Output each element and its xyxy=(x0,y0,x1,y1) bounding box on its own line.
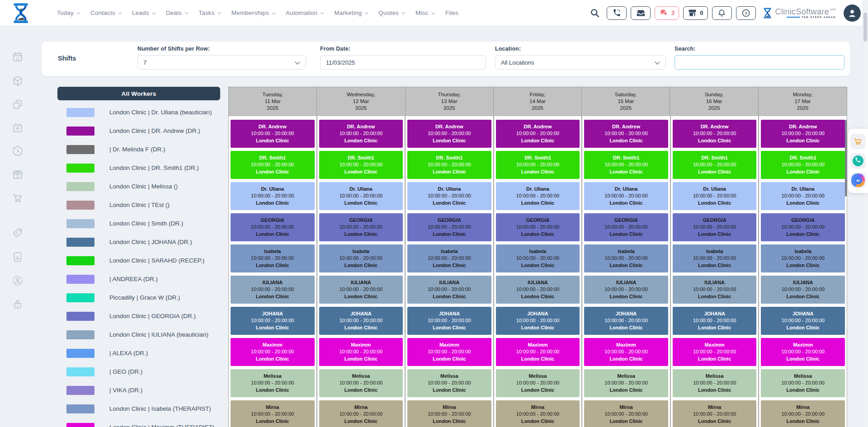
shift-block[interactable]: Mirna10:00:00 - 20:00:00London Clinic xyxy=(407,400,491,427)
shift-block[interactable]: DR. Smith110:00:00 - 20:00:00London Clin… xyxy=(407,151,491,179)
worker-list-item[interactable]: London Clinic | Dr. Uliana (beautician) xyxy=(57,103,220,122)
shift-block[interactable]: DR. Andrew10:00:00 - 20:00:00London Clin… xyxy=(319,120,403,148)
nav-item-today[interactable]: Today xyxy=(57,9,79,16)
app-logo-hourglass-icon[interactable] xyxy=(12,3,31,23)
shift-block[interactable]: Isabela10:00:00 - 20:00:00London Clinic xyxy=(407,244,491,272)
shift-block[interactable]: IULIANA10:00:00 - 20:00:00London Clinic xyxy=(407,276,491,304)
shift-block[interactable]: Melissa10:00:00 - 20:00:00London Clinic xyxy=(231,369,315,397)
worker-list-item[interactable]: | Dr. Melinda F (DR.) xyxy=(57,140,220,159)
shift-block[interactable]: IULIANA10:00:00 - 20:00:00London Clinic xyxy=(761,276,845,304)
shift-block[interactable]: DR. Smith110:00:00 - 20:00:00London Clin… xyxy=(584,151,668,179)
sidebar-icon-calendar-12[interactable]: 12 xyxy=(12,51,24,63)
workers-panel-title[interactable]: All Workers xyxy=(57,87,220,100)
search-input[interactable] xyxy=(675,55,844,70)
shift-block[interactable]: GEORGIA10:00:00 - 20:00:00London Clinic xyxy=(584,213,668,241)
shift-block[interactable]: Dr. Uliana10:00:00 - 20:00:00London Clin… xyxy=(319,182,403,210)
shift-block[interactable]: Isabela10:00:00 - 20:00:00London Clinic xyxy=(231,244,315,272)
shift-block[interactable]: Isabela10:00:00 - 20:00:00London Clinic xyxy=(673,244,757,272)
shift-block[interactable]: DR. Smith110:00:00 - 20:00:00London Clin… xyxy=(496,151,580,179)
from-date-input[interactable] xyxy=(320,55,486,70)
shift-block[interactable]: Dr. Uliana10:00:00 - 20:00:00London Clin… xyxy=(584,182,668,210)
shift-block[interactable]: Maximm10:00:00 - 20:00:00London Clinic xyxy=(407,338,491,366)
shift-block[interactable]: IULIANA10:00:00 - 20:00:00London Clinic xyxy=(673,276,757,304)
worker-list-item[interactable]: London Clinic | DR. Andrew (DR.) xyxy=(57,122,220,140)
worker-list-item[interactable]: | VIKA (DR.) xyxy=(57,381,220,399)
shift-block[interactable]: Dr. Uliana10:00:00 - 20:00:00London Clin… xyxy=(231,182,315,210)
search-icon[interactable] xyxy=(590,8,600,18)
shift-block[interactable]: DR. Andrew10:00:00 - 20:00:00London Clin… xyxy=(584,120,668,148)
worker-list-item[interactable]: London Clinic | Melissa () xyxy=(57,177,220,196)
worker-list-item[interactable]: Piccadilly | Grace W (DR.) xyxy=(57,288,220,307)
shift-block[interactable]: Melissa10:00:00 - 20:00:00London Clinic xyxy=(319,369,403,397)
nav-item-memberships[interactable]: Memberships xyxy=(231,9,274,16)
shift-block[interactable]: JOHANA10:00:00 - 20:00:00London Clinic xyxy=(761,307,845,335)
page-scrollbar-thumb[interactable] xyxy=(863,13,867,42)
location-select[interactable]: All Locations xyxy=(495,55,666,70)
shift-block[interactable]: GEORGIA10:00:00 - 20:00:00London Clinic xyxy=(231,213,315,241)
shift-block[interactable]: Isabela10:00:00 - 20:00:00London Clinic xyxy=(496,244,580,272)
sidebar-icon-price-tag[interactable]: $ xyxy=(12,227,24,239)
shift-block[interactable]: Dr. Uliana10:00:00 - 20:00:00London Clin… xyxy=(407,182,491,210)
worker-list-item[interactable]: London Clinic | IULIANA (beautician) xyxy=(57,325,220,344)
sidebar-icon-cube[interactable] xyxy=(12,75,24,87)
sidebar-icon-cart[interactable] xyxy=(12,192,24,204)
worker-list-item[interactable]: London Clinic | Smith (DR.) xyxy=(57,214,220,233)
worker-list-item[interactable]: | ALEXA (DR.) xyxy=(57,344,220,362)
shift-block[interactable]: DR. Smith110:00:00 - 20:00:00London Clin… xyxy=(319,151,403,179)
sidebar-icon-report[interactable] xyxy=(12,251,24,263)
phone-button[interactable] xyxy=(607,6,627,20)
sidebar-icon-gift[interactable] xyxy=(12,169,24,180)
shift-block[interactable]: GEORGIA10:00:00 - 20:00:00London Clinic xyxy=(761,213,845,241)
user-avatar[interactable] xyxy=(844,5,861,22)
shift-block[interactable]: GEORGIA10:00:00 - 20:00:00London Clinic xyxy=(407,213,491,241)
shift-block[interactable]: DR. Smith110:00:00 - 20:00:00London Clin… xyxy=(761,151,845,179)
shift-block[interactable]: Mirna10:00:00 - 20:00:00London Clinic xyxy=(584,400,668,427)
help-button[interactable]: ? xyxy=(736,6,756,20)
shift-block[interactable]: Mirna10:00:00 - 20:00:00London Clinic xyxy=(231,400,315,427)
shift-block[interactable]: IULIANA10:00:00 - 20:00:00London Clinic xyxy=(319,276,403,304)
shift-block[interactable]: Melissa10:00:00 - 20:00:00London Clinic xyxy=(584,369,668,397)
shift-block[interactable]: JOHANA10:00:00 - 20:00:00London Clinic xyxy=(407,307,491,335)
shift-block[interactable]: Maximm10:00:00 - 20:00:00London Clinic xyxy=(496,338,580,366)
shift-block[interactable]: JOHANA10:00:00 - 20:00:00London Clinic xyxy=(319,307,403,335)
shift-block[interactable]: DR. Andrew10:00:00 - 20:00:00London Clin… xyxy=(496,120,580,148)
shift-block[interactable]: Melissa10:00:00 - 20:00:00London Clinic xyxy=(761,369,845,397)
shift-block[interactable]: Isabela10:00:00 - 20:00:00London Clinic xyxy=(319,244,403,272)
shift-block[interactable]: IULIANA10:00:00 - 20:00:00London Clinic xyxy=(496,276,580,304)
shift-block[interactable]: Melissa10:00:00 - 20:00:00London Clinic xyxy=(407,369,491,397)
inbox-button[interactable] xyxy=(631,6,651,20)
worker-list-item[interactable]: London Clinic | GEORGIA (DR.) xyxy=(57,307,220,325)
worker-list-item[interactable]: London Clinic | TEst () xyxy=(57,196,220,214)
chat-button[interactable]: 3 xyxy=(655,6,679,20)
shift-block[interactable]: JOHANA10:00:00 - 20:00:00London Clinic xyxy=(231,307,315,335)
shift-block[interactable]: GEORGIA10:00:00 - 20:00:00London Clinic xyxy=(496,213,580,241)
tool-phone-icon[interactable] xyxy=(850,153,866,169)
nav-item-files[interactable]: Files xyxy=(445,9,459,16)
shift-block[interactable]: Maximm10:00:00 - 20:00:00London Clinic xyxy=(584,338,668,366)
page-scrollbar[interactable] xyxy=(863,0,868,427)
shift-block[interactable]: DR. Smith110:00:00 - 20:00:00London Clin… xyxy=(231,151,315,179)
sidebar-icon-history[interactable] xyxy=(12,145,24,157)
nav-item-marketing[interactable]: Marketing xyxy=(334,9,367,16)
sidebar-icon-calendar-import[interactable] xyxy=(12,122,24,134)
shift-block[interactable]: DR. Andrew10:00:00 - 20:00:00London Clin… xyxy=(231,120,315,148)
shift-block[interactable]: IULIANA10:00:00 - 20:00:00London Clinic xyxy=(584,276,668,304)
worker-list-item[interactable]: London Clinic | Isabela (THERAPIST) xyxy=(57,399,220,418)
store-button[interactable]: 0 xyxy=(683,6,708,20)
shift-block[interactable]: Isabela10:00:00 - 20:00:00London Clinic xyxy=(584,244,668,272)
nav-item-quotes[interactable]: Quotes xyxy=(378,9,404,16)
shift-block[interactable]: Melissa10:00:00 - 20:00:00London Clinic xyxy=(673,369,757,397)
sidebar-icon-support[interactable] xyxy=(12,275,24,286)
nav-item-deals[interactable]: Deals xyxy=(166,9,188,16)
shift-block[interactable]: DR. Andrew10:00:00 - 20:00:00London Clin… xyxy=(673,120,757,148)
shift-block[interactable]: Maximm10:00:00 - 20:00:00London Clinic xyxy=(319,338,403,366)
shift-block[interactable]: DR. Smith110:00:00 - 20:00:00London Clin… xyxy=(673,151,757,179)
shift-block[interactable]: Melissa10:00:00 - 20:00:00London Clinic xyxy=(496,369,580,397)
shift-block[interactable]: Mirna10:00:00 - 20:00:00London Clinic xyxy=(319,400,403,427)
shifts-per-row-select[interactable]: 7 xyxy=(137,55,306,70)
worker-list-item[interactable]: | ANDREEA (DR.) xyxy=(57,270,220,288)
shift-block[interactable]: Dr. Uliana10:00:00 - 20:00:00London Clin… xyxy=(673,182,757,210)
shift-block[interactable]: Maximm10:00:00 - 20:00:00London Clinic xyxy=(231,338,315,366)
shift-block[interactable]: Mirna10:00:00 - 20:00:00London Clinic xyxy=(761,400,845,427)
shift-block[interactable]: Mirna10:00:00 - 20:00:00London Clinic xyxy=(496,400,580,427)
